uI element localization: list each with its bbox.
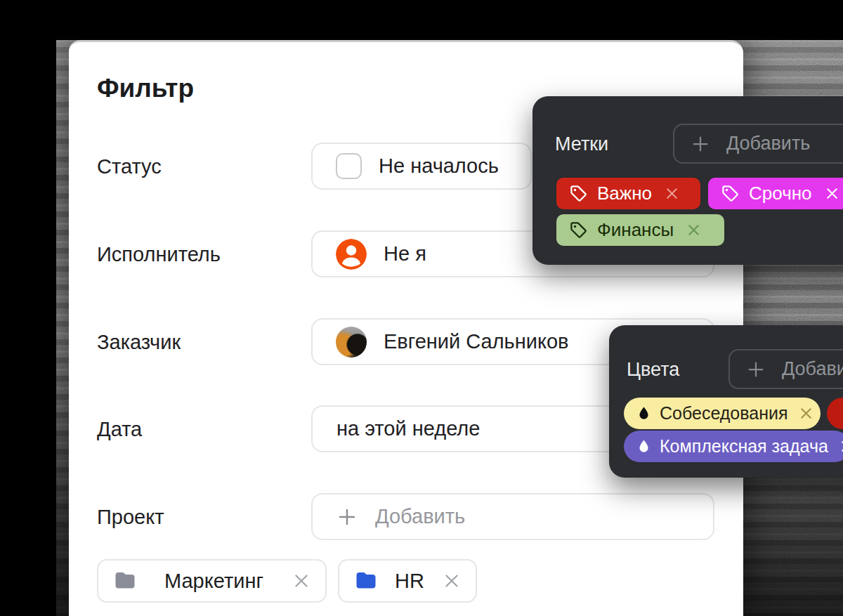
project-add-field[interactable]: Добавить — [311, 493, 714, 540]
status-value: Не началось — [379, 155, 499, 178]
color-chip-interviews[interactable]: Собеседования — [624, 398, 821, 429]
folder-icon — [112, 568, 138, 594]
drop-icon — [636, 438, 652, 454]
date-label: Дата — [97, 417, 142, 440]
person-avatar-icon — [336, 239, 367, 270]
labels-add-label: Добавить — [726, 133, 810, 155]
date-value: на этой неделе — [336, 417, 480, 440]
colors-add-button[interactable]: Добавить — [728, 349, 843, 389]
project-chip-label: HR — [395, 570, 424, 593]
colors-panel-title: Цвета — [627, 359, 679, 381]
status-checkbox[interactable] — [336, 153, 362, 179]
page-title: Фильтр — [97, 74, 194, 103]
remove-color-icon[interactable] — [839, 438, 843, 454]
screenshot-stage: Фильтр Статус Не началось Исполнитель — [0, 0, 843, 616]
label-chip-urgent[interactable]: Срочно — [708, 178, 843, 209]
customer-label: Заказчик — [97, 330, 181, 353]
remove-project-icon[interactable] — [442, 571, 462, 591]
assignee-value: Не я — [384, 242, 426, 266]
project-chip-marketing[interactable]: Маркетинг — [97, 559, 327, 603]
remove-label-icon[interactable] — [686, 222, 702, 238]
tag-icon — [721, 184, 740, 203]
color-chip-text: Комплексная задача — [660, 436, 828, 457]
colors-panel: Цвета Добавить Собеседования — [609, 325, 843, 478]
label-chip-finance[interactable]: Финансы — [556, 214, 724, 246]
tag-icon — [569, 221, 588, 240]
remove-project-icon[interactable] — [292, 571, 311, 591]
status-label: Статус — [97, 155, 162, 178]
label-chip-text: Важно — [597, 183, 652, 204]
plus-icon — [690, 133, 711, 155]
plus-icon — [745, 359, 766, 380]
label-chip-text: Срочно — [749, 183, 812, 204]
status-field[interactable]: Не началось — [311, 143, 532, 190]
labels-panel-title: Метки — [555, 133, 608, 155]
labels-add-button[interactable]: Добавить — [673, 124, 843, 164]
remove-label-icon[interactable] — [824, 185, 840, 202]
label-chip-important[interactable]: Важно — [556, 178, 700, 209]
drop-icon — [636, 405, 652, 421]
project-chip-hr[interactable]: HR — [338, 559, 477, 603]
customer-value: Евгений Сальников — [384, 330, 568, 353]
remove-color-icon[interactable] — [798, 405, 814, 421]
folder-icon — [353, 568, 379, 594]
color-chip-text: Собеседования — [660, 403, 788, 424]
customer-avatar — [336, 327, 367, 358]
project-chip-label: Маркетинг — [164, 570, 263, 593]
project-label: Проект — [97, 505, 164, 528]
label-chip-text: Финансы — [597, 219, 674, 241]
labels-panel: Метки Добавить Важно — [532, 96, 843, 265]
colors-add-label: Добавить — [782, 358, 843, 380]
filter-row-project: Проект Добавить — [69, 493, 743, 540]
remove-label-icon[interactable] — [664, 185, 680, 202]
assignee-label: Исполнитель — [97, 242, 221, 266]
tag-icon — [569, 184, 588, 203]
color-chip-complex-task[interactable]: Комплексная задача — [624, 431, 843, 462]
project-add-placeholder: Добавить — [375, 505, 465, 528]
plus-icon — [336, 506, 358, 528]
color-chip-partial[interactable] — [827, 398, 843, 429]
